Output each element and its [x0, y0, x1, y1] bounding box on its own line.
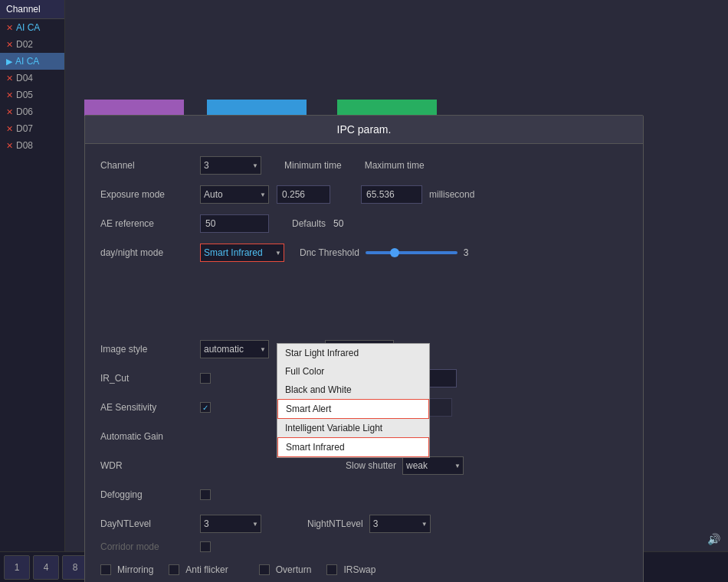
- x-icon-4: ✕: [6, 74, 13, 83]
- min-time-label: Minimum time: [284, 160, 342, 171]
- dropdown-item-bw[interactable]: Black and White: [277, 381, 429, 399]
- ae-label: AE reference: [100, 218, 200, 229]
- taskbar-btn-4[interactable]: 4: [33, 555, 59, 580]
- slow-shutter-label: Slow shutter: [346, 460, 396, 471]
- exposure-row: Exposure mode Auto millisecond: [100, 185, 628, 204]
- defogging-row: Defogging: [100, 485, 628, 505]
- dropdown-item-fullcolor[interactable]: Full Color: [277, 362, 429, 381]
- dropdown-item-smartalert[interactable]: Smart Alert: [277, 399, 429, 419]
- overturn-checkbox[interactable]: [259, 564, 270, 575]
- x-icon-8: ✕: [6, 141, 13, 151]
- daynight-label: day/night mode: [100, 247, 200, 258]
- daynt-select[interactable]: 3: [200, 515, 261, 533]
- sidebar-item-aicam2[interactable]: ▶ AI CA: [0, 53, 64, 70]
- sidebar-label-5: D05: [16, 90, 33, 100]
- nightnt-select-wrapper: 3: [369, 515, 431, 533]
- corridor-row: Corridor mode: [100, 537, 628, 557]
- imagestyle-label: Image style: [100, 344, 200, 355]
- dropdown-item-smartinfrared[interactable]: Smart Infrared: [277, 437, 429, 457]
- ae-sensitivity-label: AE Sensitivity: [100, 402, 200, 413]
- taskbar-btn-1[interactable]: 1: [4, 555, 30, 580]
- sidebar-item-d02[interactable]: ✕ D02: [0, 36, 64, 53]
- volume-icon: 🔊: [707, 533, 720, 545]
- autogain-label: Automatic Gain: [100, 431, 200, 442]
- wdr-row: WDR Slow shutter weak: [100, 456, 628, 476]
- daynt-select-wrapper: 3: [200, 515, 261, 533]
- sidebar-label-6: D06: [16, 106, 33, 117]
- ircut-checkbox[interactable]: [200, 373, 211, 384]
- sidebar-title: Channel: [6, 4, 41, 15]
- corridor-label: Corridor mode: [100, 541, 200, 552]
- irswap-checkbox[interactable]: [326, 564, 337, 575]
- exposure-label: Exposure mode: [100, 189, 200, 200]
- defaults-value: 50: [333, 218, 343, 229]
- dropdown-item-starlight[interactable]: Star Light Infrared: [277, 344, 429, 362]
- mirroring-label: Mirroring: [117, 564, 153, 575]
- sidebar-label-3: AI CA: [15, 56, 39, 67]
- exposure-select[interactable]: Auto: [200, 185, 269, 204]
- slow-shutter-select[interactable]: weak: [402, 456, 464, 475]
- defogging-checkbox[interactable]: [200, 489, 211, 500]
- x-icon-7: ✕: [6, 124, 13, 134]
- sidebar-item-d06[interactable]: ✕ D06: [0, 103, 64, 120]
- sidebar-item-d07[interactable]: ✕ D07: [0, 120, 64, 137]
- anti-flicker-label: Anti flicker: [185, 564, 228, 575]
- sidebar-item-d05[interactable]: ✕ D05: [0, 87, 64, 103]
- max-time-input[interactable]: [361, 185, 422, 204]
- sidebar: Channel ✕ AI CA ✕ D02 ▶ AI CA ✕ D04 ✕ D0…: [0, 0, 65, 551]
- ms-label: millisecond: [429, 189, 474, 200]
- dnc-label: Dnc Threshold: [300, 247, 359, 258]
- dnc-slider[interactable]: [366, 251, 457, 254]
- nightnt-select[interactable]: 3: [369, 515, 431, 533]
- channel-select[interactable]: 3: [200, 156, 261, 175]
- sidebar-label-4: D04: [16, 73, 33, 83]
- overturn-label: Overturn: [276, 564, 312, 575]
- sidebar-item-aicam1[interactable]: ✕ AI CA: [0, 19, 64, 36]
- sidebar-header: Channel: [0, 0, 64, 19]
- mirroring-checkbox[interactable]: [100, 564, 111, 575]
- daynight-select[interactable]: Smart Infrared: [200, 244, 284, 262]
- exposure-select-wrapper: Auto: [200, 185, 269, 204]
- arrow-icon: ▶: [6, 57, 12, 67]
- sidebar-label-2: D02: [16, 39, 33, 50]
- x-icon-1: ✕: [6, 23, 13, 33]
- dnc-value: 3: [464, 247, 479, 258]
- defaults-label: Defaults: [292, 218, 326, 229]
- sidebar-label-7: D07: [16, 123, 33, 134]
- slow-shutter-wrapper: weak: [402, 456, 464, 475]
- channel-select-wrapper: 3: [200, 156, 261, 175]
- dropdown-item-intellvariable[interactable]: Intelligent Variable Light: [277, 419, 429, 437]
- channel-label: Channel: [100, 160, 200, 171]
- channel-row: Channel 3 Minimum time Maximum time: [100, 155, 628, 175]
- ae-input[interactable]: [200, 214, 269, 233]
- imagestyle-select-wrapper: automatic: [200, 340, 269, 358]
- dialog-title: IPC param.: [85, 116, 643, 144]
- daynight-select-wrapper: Smart Infrared: [200, 244, 284, 262]
- daynt-label: DayNTLevel: [100, 518, 200, 529]
- x-icon-5: ✕: [6, 90, 13, 100]
- ae-sensitivity-checkbox[interactable]: [200, 402, 211, 413]
- sidebar-label-8: D08: [16, 140, 33, 151]
- irswap-label: IRSwap: [343, 564, 375, 575]
- imagestyle-select[interactable]: automatic: [200, 340, 269, 358]
- ae-row: AE reference Defaults 50: [100, 214, 628, 234]
- dropdown-menu: Star Light Infrared Full Color Black and…: [277, 343, 430, 458]
- dialog: IPC param. Channel 3 Minimum time Maximu…: [84, 115, 644, 582]
- sidebar-item-d08[interactable]: ✕ D08: [0, 137, 64, 154]
- max-time-label: Maximum time: [365, 160, 425, 171]
- ircut-label: IR_Cut: [100, 373, 200, 384]
- x-icon-2: ✕: [6, 40, 13, 50]
- corridor-checkbox[interactable]: [200, 541, 211, 552]
- min-time-input[interactable]: [277, 185, 330, 204]
- nightnt-label: NightNTLevel: [307, 518, 363, 529]
- wdr-label: WDR: [100, 460, 200, 471]
- sidebar-item-d04[interactable]: ✕ D04: [0, 70, 64, 87]
- daynt-row: DayNTLevel 3 NightNTLevel 3: [100, 514, 628, 534]
- mirroring-row: Mirroring Anti flicker Overturn IRSwap: [100, 560, 628, 580]
- defogging-label: Defogging: [100, 489, 200, 500]
- anti-flicker-checkbox[interactable]: [169, 564, 179, 575]
- daynight-row: day/night mode Smart Infrared Dnc Thresh…: [100, 243, 628, 263]
- x-icon-6: ✕: [6, 107, 13, 117]
- dialog-body: Channel 3 Minimum time Maximum time Expo…: [85, 144, 643, 582]
- sidebar-label-1: AI CA: [16, 22, 40, 33]
